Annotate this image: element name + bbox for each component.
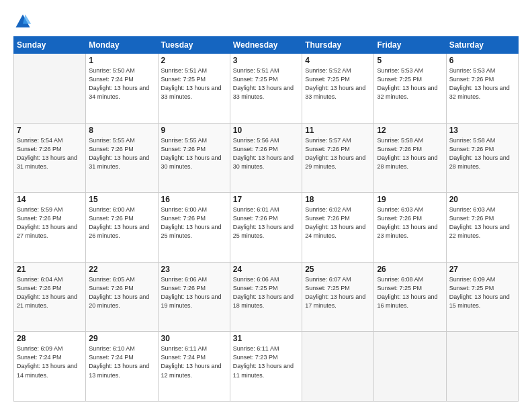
calendar-day-cell: 3Sunrise: 5:51 AMSunset: 7:25 PMDaylight… (230, 54, 302, 124)
calendar-day-cell: 28Sunrise: 6:09 AMSunset: 7:24 PMDayligh… (14, 332, 86, 402)
day-info: Sunrise: 5:58 AMSunset: 7:26 PMDaylight:… (449, 136, 515, 171)
day-info: Sunrise: 5:59 AMSunset: 7:26 PMDaylight:… (17, 205, 83, 240)
calendar-day-cell: 5Sunrise: 5:53 AMSunset: 7:25 PMDaylight… (374, 54, 446, 124)
day-number: 11 (305, 126, 371, 135)
day-info: Sunrise: 6:11 AMSunset: 7:23 PMDaylight:… (233, 345, 299, 379)
calendar-day-cell: 25Sunrise: 6:07 AMSunset: 7:25 PMDayligh… (302, 262, 374, 332)
calendar-day-header: Friday (374, 37, 446, 54)
day-number: 18 (305, 195, 371, 204)
day-number: 17 (233, 195, 299, 204)
day-number: 19 (377, 195, 443, 204)
calendar-day-cell: 22Sunrise: 6:05 AMSunset: 7:26 PMDayligh… (86, 262, 158, 332)
day-number: 6 (449, 56, 515, 65)
day-number: 21 (17, 265, 83, 274)
day-info: Sunrise: 5:52 AMSunset: 7:25 PMDaylight:… (305, 66, 371, 101)
day-info: Sunrise: 5:56 AMSunset: 7:26 PMDaylight:… (233, 136, 299, 171)
day-number: 3 (233, 56, 299, 65)
calendar-day-cell: 4Sunrise: 5:52 AMSunset: 7:25 PMDaylight… (302, 54, 374, 124)
calendar-week-row: 7Sunrise: 5:54 AMSunset: 7:26 PMDaylight… (14, 123, 519, 193)
calendar-day-cell: 8Sunrise: 5:55 AMSunset: 7:26 PMDaylight… (86, 123, 158, 193)
day-info: Sunrise: 5:53 AMSunset: 7:25 PMDaylight:… (377, 66, 443, 101)
day-info: Sunrise: 6:09 AMSunset: 7:25 PMDaylight:… (449, 275, 515, 310)
calendar-day-cell: 19Sunrise: 6:03 AMSunset: 7:26 PMDayligh… (374, 193, 446, 263)
day-number: 22 (89, 265, 154, 274)
calendar-day-header: Thursday (302, 37, 374, 54)
svg-marker-1 (23, 15, 31, 24)
day-number: 2 (161, 56, 227, 65)
day-info: Sunrise: 5:53 AMSunset: 7:26 PMDaylight:… (449, 66, 515, 101)
calendar-day-header: Monday (86, 37, 158, 54)
day-info: Sunrise: 5:51 AMSunset: 7:25 PMDaylight:… (161, 66, 227, 101)
day-info: Sunrise: 6:07 AMSunset: 7:25 PMDaylight:… (305, 275, 371, 310)
calendar-day-cell: 21Sunrise: 6:04 AMSunset: 7:26 PMDayligh… (14, 262, 86, 332)
day-info: Sunrise: 5:55 AMSunset: 7:26 PMDaylight:… (161, 136, 227, 171)
calendar-day-cell (374, 332, 446, 402)
day-number: 29 (89, 334, 154, 343)
calendar-day-cell: 16Sunrise: 6:00 AMSunset: 7:26 PMDayligh… (158, 193, 230, 263)
day-info: Sunrise: 6:00 AMSunset: 7:26 PMDaylight:… (89, 205, 154, 240)
calendar-day-cell: 10Sunrise: 5:56 AMSunset: 7:26 PMDayligh… (230, 123, 302, 193)
day-number: 16 (161, 195, 227, 204)
calendar-day-cell: 15Sunrise: 6:00 AMSunset: 7:26 PMDayligh… (86, 193, 158, 263)
calendar-day-cell: 1Sunrise: 5:50 AMSunset: 7:24 PMDaylight… (86, 54, 158, 124)
day-info: Sunrise: 6:00 AMSunset: 7:26 PMDaylight:… (161, 205, 227, 240)
calendar-day-cell: 24Sunrise: 6:06 AMSunset: 7:25 PMDayligh… (230, 262, 302, 332)
day-info: Sunrise: 6:05 AMSunset: 7:26 PMDaylight:… (89, 275, 154, 310)
day-number: 4 (305, 56, 371, 65)
calendar-day-cell: 7Sunrise: 5:54 AMSunset: 7:26 PMDaylight… (14, 123, 86, 193)
day-info: Sunrise: 5:51 AMSunset: 7:25 PMDaylight:… (233, 66, 299, 101)
day-number: 1 (89, 56, 154, 65)
day-number: 7 (17, 126, 83, 135)
calendar-day-cell: 13Sunrise: 5:58 AMSunset: 7:26 PMDayligh… (446, 123, 518, 193)
day-number: 25 (305, 265, 371, 274)
day-number: 13 (449, 126, 515, 135)
calendar-day-header: Saturday (446, 37, 518, 54)
day-info: Sunrise: 5:55 AMSunset: 7:26 PMDaylight:… (89, 136, 154, 171)
day-info: Sunrise: 6:06 AMSunset: 7:26 PMDaylight:… (161, 275, 227, 310)
day-info: Sunrise: 5:54 AMSunset: 7:26 PMDaylight:… (17, 136, 83, 171)
logo-icon (13, 12, 32, 31)
day-info: Sunrise: 5:50 AMSunset: 7:24 PMDaylight:… (89, 66, 154, 101)
calendar-day-cell: 26Sunrise: 6:08 AMSunset: 7:25 PMDayligh… (374, 262, 446, 332)
day-number: 12 (377, 126, 443, 135)
day-info: Sunrise: 6:03 AMSunset: 7:26 PMDaylight:… (449, 205, 515, 240)
day-number: 31 (233, 334, 299, 343)
day-info: Sunrise: 6:03 AMSunset: 7:26 PMDaylight:… (377, 205, 443, 240)
calendar-day-header: Sunday (14, 37, 86, 54)
day-info: Sunrise: 6:11 AMSunset: 7:24 PMDaylight:… (161, 345, 227, 379)
day-number: 30 (161, 334, 227, 343)
calendar-day-cell: 23Sunrise: 6:06 AMSunset: 7:26 PMDayligh… (158, 262, 230, 332)
calendar-day-cell: 31Sunrise: 6:11 AMSunset: 7:23 PMDayligh… (230, 332, 302, 402)
calendar-day-header: Wednesday (230, 37, 302, 54)
day-number: 14 (17, 195, 83, 204)
calendar-week-row: 1Sunrise: 5:50 AMSunset: 7:24 PMDaylight… (14, 54, 519, 124)
calendar-day-cell: 14Sunrise: 5:59 AMSunset: 7:26 PMDayligh… (14, 193, 86, 263)
calendar-day-cell: 2Sunrise: 5:51 AMSunset: 7:25 PMDaylight… (158, 54, 230, 124)
header (13, 12, 519, 31)
calendar-day-cell: 12Sunrise: 5:58 AMSunset: 7:26 PMDayligh… (374, 123, 446, 193)
day-number: 15 (89, 195, 154, 204)
day-number: 9 (161, 126, 227, 135)
day-number: 28 (17, 334, 83, 343)
day-number: 20 (449, 195, 515, 204)
calendar-day-cell (446, 332, 518, 402)
day-number: 5 (377, 56, 443, 65)
calendar-day-cell: 9Sunrise: 5:55 AMSunset: 7:26 PMDaylight… (158, 123, 230, 193)
day-info: Sunrise: 6:09 AMSunset: 7:24 PMDaylight:… (17, 345, 83, 379)
calendar-day-cell: 20Sunrise: 6:03 AMSunset: 7:26 PMDayligh… (446, 193, 518, 263)
day-number: 23 (161, 265, 227, 274)
day-info: Sunrise: 6:04 AMSunset: 7:26 PMDaylight:… (17, 275, 83, 310)
day-info: Sunrise: 5:58 AMSunset: 7:26 PMDaylight:… (377, 136, 443, 171)
day-number: 8 (89, 126, 154, 135)
day-info: Sunrise: 6:10 AMSunset: 7:24 PMDaylight:… (89, 345, 154, 379)
calendar-header-row: SundayMondayTuesdayWednesdayThursdayFrid… (14, 37, 519, 54)
calendar-day-cell: 11Sunrise: 5:57 AMSunset: 7:26 PMDayligh… (302, 123, 374, 193)
calendar-day-cell: 27Sunrise: 6:09 AMSunset: 7:25 PMDayligh… (446, 262, 518, 332)
day-number: 26 (377, 265, 443, 274)
calendar-day-cell: 6Sunrise: 5:53 AMSunset: 7:26 PMDaylight… (446, 54, 518, 124)
calendar-week-row: 21Sunrise: 6:04 AMSunset: 7:26 PMDayligh… (14, 262, 519, 332)
calendar-week-row: 14Sunrise: 5:59 AMSunset: 7:26 PMDayligh… (14, 193, 519, 263)
day-info: Sunrise: 6:01 AMSunset: 7:26 PMDaylight:… (233, 205, 299, 240)
day-info: Sunrise: 6:06 AMSunset: 7:25 PMDaylight:… (233, 275, 299, 310)
day-number: 10 (233, 126, 299, 135)
